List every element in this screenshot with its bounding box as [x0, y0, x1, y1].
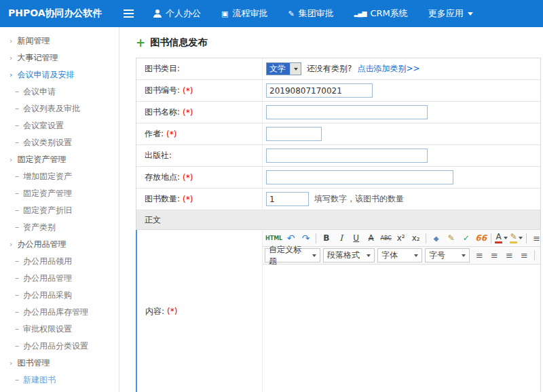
- main-content: + 图书信息发布 图书类目: 文学 还没有类别? 点击添加类别>> 图书编号:(…: [119, 27, 543, 392]
- sidebar-item-asset-add[interactable]: –增加固定资产: [0, 168, 119, 185]
- book-number-input[interactable]: [266, 83, 373, 98]
- sidebar-item-meeting-room[interactable]: –会议室设置: [0, 117, 119, 134]
- autotypeset-icon[interactable]: ✓: [459, 231, 473, 245]
- user-icon: [153, 9, 162, 18]
- nav-label: 流程审批: [232, 7, 267, 20]
- sidebar-item-books[interactable]: ›图书管理: [0, 355, 119, 372]
- blockquote-icon[interactable]: 66: [474, 231, 488, 245]
- author-input[interactable]: [266, 127, 322, 141]
- form-row-book-number: 图书编号:(*): [136, 80, 540, 102]
- custom-title-select[interactable]: 自定义标题: [265, 248, 320, 262]
- nav-process-approval[interactable]: ▣ 流程审批: [221, 7, 267, 20]
- sidebar-item-asset-category[interactable]: –资产类别: [0, 219, 119, 236]
- subscript-icon[interactable]: x₂: [409, 231, 423, 245]
- nav-personal-office[interactable]: 个人办公: [153, 7, 201, 20]
- redo-icon[interactable]: ↷: [299, 231, 313, 245]
- sidebar-item-meeting-list[interactable]: –会议列表及审批: [0, 100, 119, 117]
- required-marker: (*): [183, 108, 193, 117]
- nav-label: 更多应用: [428, 7, 464, 20]
- sidebar-item-approval-permission[interactable]: –审批权限设置: [0, 321, 119, 338]
- bullet-list-icon[interactable]: ≡: [529, 231, 540, 245]
- underline-icon[interactable]: U: [349, 231, 363, 245]
- sidebar-item-events[interactable]: ›大事记管理: [0, 50, 119, 66]
- font-family-select[interactable]: 字体: [377, 248, 422, 262]
- field-label: 出版社:: [136, 145, 263, 166]
- sidebar-item-book-new[interactable]: –新建图书: [0, 372, 119, 389]
- bold-icon[interactable]: B: [319, 231, 333, 245]
- dash-icon: –: [15, 324, 19, 334]
- dash-icon: –: [15, 375, 19, 385]
- publisher-input[interactable]: [266, 149, 428, 163]
- chevron-right-icon: ›: [10, 71, 12, 79]
- toolbar-separator: [526, 233, 527, 243]
- book-name-input[interactable]: [266, 105, 428, 119]
- nav-group-approval[interactable]: ✎ 集团审批: [288, 7, 333, 20]
- sidebar-item-meeting-apply[interactable]: –会议申请: [0, 83, 119, 100]
- quantity-input[interactable]: [266, 192, 309, 206]
- toolbar-separator: [426, 233, 426, 243]
- font-size-select[interactable]: 字号: [425, 248, 470, 262]
- sidebar-item-assets[interactable]: ›固定资产管理: [0, 151, 119, 168]
- align-center-icon[interactable]: ≡: [487, 249, 502, 262]
- sidebar-item-meeting-category[interactable]: –会议类别设置: [0, 134, 119, 151]
- chevron-right-icon: ›: [10, 359, 12, 368]
- table-icon[interactable]: ⊞: [538, 249, 540, 262]
- italic-icon[interactable]: I: [334, 231, 348, 245]
- category-select[interactable]: 文学: [266, 62, 301, 75]
- chevron-down-icon: [312, 254, 316, 257]
- nav-more-apps[interactable]: 更多应用: [428, 7, 473, 20]
- sidebar-item-meeting[interactable]: ›会议申请及安排: [0, 66, 119, 83]
- chevron-down-icon: [504, 237, 508, 239]
- sidebar-item-asset-manage[interactable]: –固定资产管理: [0, 185, 119, 202]
- toolbar-separator: [491, 233, 491, 243]
- nav-crm-system[interactable]: ▂▄▆ CRM系统: [354, 7, 408, 20]
- field-label: 图书类目:: [136, 58, 263, 79]
- editor-content[interactable]: [263, 264, 540, 392]
- sidebar-item-supplies-purchase[interactable]: –办公用品采购: [0, 287, 119, 304]
- font-color-icon[interactable]: A: [494, 231, 508, 245]
- add-category-link[interactable]: 点击添加类别>>: [357, 63, 419, 75]
- align-right-icon[interactable]: ≡: [502, 249, 517, 262]
- align-justify-icon[interactable]: ≡: [517, 249, 531, 262]
- sidebar-item-supplies-classify[interactable]: –办公用品分类设置: [0, 338, 119, 355]
- sidebar-item-supplies-inventory[interactable]: –办公用品库存管理: [0, 304, 119, 321]
- chevron-down-icon: [519, 237, 523, 239]
- dash-icon: –: [15, 290, 19, 300]
- required-marker: (*): [183, 86, 193, 96]
- superscript-icon[interactable]: x²: [394, 231, 408, 245]
- align-left-icon[interactable]: ≡: [472, 249, 487, 262]
- nav-label: 个人办公: [166, 7, 201, 20]
- sidebar-item-asset-depreciation[interactable]: –固定资产折旧: [0, 202, 119, 219]
- field-label: 图书名称:(*): [136, 102, 263, 123]
- plus-icon: +: [136, 37, 145, 49]
- format-painter-icon[interactable]: ✎: [444, 231, 458, 245]
- paragraph-format-select[interactable]: 段落格式: [323, 248, 375, 262]
- format-clear-icon[interactable]: ◆: [429, 231, 443, 245]
- dash-icon: –: [15, 256, 19, 266]
- strikethrough-icon[interactable]: A: [364, 231, 378, 245]
- nav-label: CRM系统: [370, 7, 407, 20]
- spellcheck-icon[interactable]: ABC: [379, 231, 393, 245]
- editor-toolbar-row2: 自定义标题 段落格式 字体 字号 ≡ ≡ ≡ ≡ ⊞ ∞ ☺: [263, 247, 540, 264]
- top-navigation: 个人办公 ▣ 流程审批 ✎ 集团审批 ▂▄▆ CRM系统 更多应用: [153, 7, 473, 20]
- dash-icon: –: [15, 205, 19, 215]
- select-dropdown-arrow-icon[interactable]: [290, 63, 301, 75]
- topbar: PHPOA协同办公软件 个人办公 ▣ 流程审批 ✎ 集团审批 ▂▄▆ CRM系统…: [0, 0, 543, 27]
- sidebar-item-news[interactable]: ›新闻管理: [0, 33, 119, 50]
- sidebar-item-supplies-claim[interactable]: –办公用品领用: [0, 253, 119, 270]
- sidebar-item-book-manage[interactable]: –图书管理: [0, 389, 119, 392]
- form-row-quantity: 图书数量:(*) 填写数字，该图书的数量: [136, 189, 540, 210]
- page-title: + 图书信息发布: [136, 37, 543, 49]
- menu-toggle-icon[interactable]: [114, 0, 143, 27]
- html-source-icon[interactable]: HTML: [265, 231, 283, 245]
- chevron-down-icon: [367, 254, 371, 257]
- dash-icon: –: [15, 121, 19, 130]
- location-input[interactable]: [266, 170, 453, 184]
- process-icon: ▣: [221, 10, 228, 18]
- sidebar-item-supplies-manage[interactable]: –办公用品管理: [0, 270, 119, 287]
- field-label: 作者:(*): [136, 123, 263, 144]
- highlight-color-icon[interactable]: ✎: [509, 231, 523, 245]
- sidebar-item-supplies[interactable]: ›办公用品管理: [0, 236, 119, 253]
- undo-icon[interactable]: ↶: [284, 231, 298, 245]
- chart-icon: ▂▄▆: [354, 11, 367, 17]
